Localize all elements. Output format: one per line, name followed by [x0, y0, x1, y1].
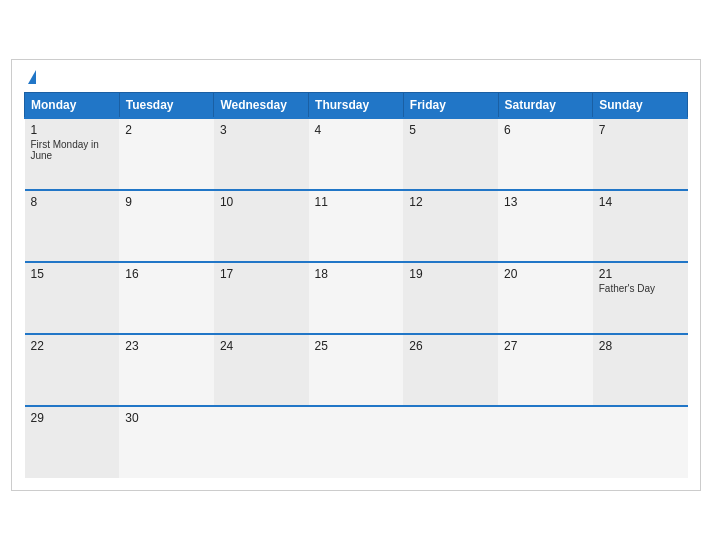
weekday-header-friday: Friday: [403, 93, 498, 119]
calendar-wrapper: MondayTuesdayWednesdayThursdayFridaySatu…: [11, 59, 701, 491]
day-number: 5: [409, 123, 492, 137]
day-number: 15: [31, 267, 114, 281]
calendar-cell: 19: [403, 262, 498, 334]
logo: [24, 70, 36, 84]
calendar-cell: 13: [498, 190, 593, 262]
day-number: 28: [599, 339, 682, 353]
day-number: 21: [599, 267, 682, 281]
day-number: 27: [504, 339, 587, 353]
calendar-cell: [403, 406, 498, 478]
calendar-cell: 18: [309, 262, 404, 334]
calendar-cell: 24: [214, 334, 309, 406]
weekday-header-monday: Monday: [25, 93, 120, 119]
calendar-cell: 25: [309, 334, 404, 406]
day-number: 19: [409, 267, 492, 281]
calendar-cell: 23: [119, 334, 214, 406]
weekday-header-sunday: Sunday: [593, 93, 688, 119]
calendar-cell: 10: [214, 190, 309, 262]
day-number: 25: [315, 339, 398, 353]
day-event: First Monday in June: [31, 139, 114, 161]
week-row-3: 22232425262728: [25, 334, 688, 406]
calendar-cell: 21Father's Day: [593, 262, 688, 334]
day-number: 20: [504, 267, 587, 281]
day-number: 12: [409, 195, 492, 209]
calendar-cell: 14: [593, 190, 688, 262]
calendar-cell: [214, 406, 309, 478]
weekday-header-row: MondayTuesdayWednesdayThursdayFridaySatu…: [25, 93, 688, 119]
calendar-cell: [593, 406, 688, 478]
calendar-cell: 29: [25, 406, 120, 478]
logo-triangle-icon: [28, 70, 36, 84]
weekday-header-tuesday: Tuesday: [119, 93, 214, 119]
day-number: 24: [220, 339, 303, 353]
calendar-cell: 1First Monday in June: [25, 118, 120, 190]
calendar-thead: MondayTuesdayWednesdayThursdayFridaySatu…: [25, 93, 688, 119]
calendar-cell: 12: [403, 190, 498, 262]
day-number: 6: [504, 123, 587, 137]
calendar-cell: 2: [119, 118, 214, 190]
calendar-cell: 6: [498, 118, 593, 190]
day-number: 13: [504, 195, 587, 209]
day-number: 16: [125, 267, 208, 281]
week-row-1: 891011121314: [25, 190, 688, 262]
calendar-cell: 27: [498, 334, 593, 406]
weekday-header-thursday: Thursday: [309, 93, 404, 119]
calendar-cell: 20: [498, 262, 593, 334]
day-number: 14: [599, 195, 682, 209]
day-event: Father's Day: [599, 283, 682, 294]
calendar-cell: 3: [214, 118, 309, 190]
calendar-cell: 17: [214, 262, 309, 334]
week-row-2: 15161718192021Father's Day: [25, 262, 688, 334]
day-number: 29: [31, 411, 114, 425]
calendar-cell: 9: [119, 190, 214, 262]
calendar-cell: 15: [25, 262, 120, 334]
day-number: 30: [125, 411, 208, 425]
day-number: 17: [220, 267, 303, 281]
week-row-0: 1First Monday in June234567: [25, 118, 688, 190]
weekday-header-wednesday: Wednesday: [214, 93, 309, 119]
day-number: 3: [220, 123, 303, 137]
calendar-grid: MondayTuesdayWednesdayThursdayFridaySatu…: [24, 92, 688, 478]
calendar-cell: 5: [403, 118, 498, 190]
weekday-header-saturday: Saturday: [498, 93, 593, 119]
day-number: 18: [315, 267, 398, 281]
day-number: 9: [125, 195, 208, 209]
calendar-cell: 30: [119, 406, 214, 478]
day-number: 22: [31, 339, 114, 353]
day-number: 11: [315, 195, 398, 209]
calendar-cell: 16: [119, 262, 214, 334]
calendar-cell: 4: [309, 118, 404, 190]
day-number: 23: [125, 339, 208, 353]
day-number: 10: [220, 195, 303, 209]
day-number: 1: [31, 123, 114, 137]
calendar-cell: 8: [25, 190, 120, 262]
calendar-cell: 26: [403, 334, 498, 406]
week-row-4: 2930: [25, 406, 688, 478]
day-number: 4: [315, 123, 398, 137]
calendar-tbody: 1First Monday in June2345678910111213141…: [25, 118, 688, 478]
calendar-cell: 22: [25, 334, 120, 406]
calendar-cell: [498, 406, 593, 478]
day-number: 8: [31, 195, 114, 209]
day-number: 26: [409, 339, 492, 353]
calendar-cell: 11: [309, 190, 404, 262]
calendar-header: [24, 70, 688, 84]
calendar-cell: [309, 406, 404, 478]
calendar-cell: 7: [593, 118, 688, 190]
day-number: 2: [125, 123, 208, 137]
calendar-cell: 28: [593, 334, 688, 406]
day-number: 7: [599, 123, 682, 137]
